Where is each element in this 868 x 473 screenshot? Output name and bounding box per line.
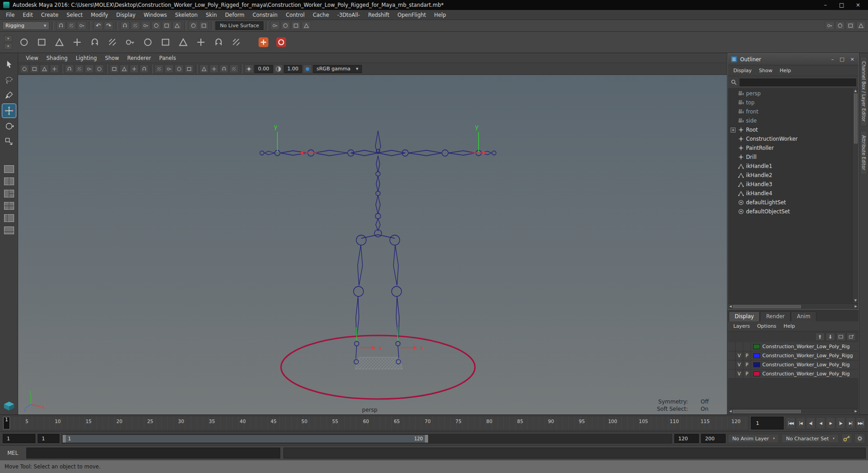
- construction-history-icon[interactable]: [189, 21, 198, 30]
- outliner-menu-help[interactable]: Help: [776, 67, 795, 74]
- expander-icon[interactable]: +: [731, 128, 736, 133]
- safe-action-icon[interactable]: [155, 64, 164, 73]
- minimize-button[interactable]: –: [817, 2, 834, 8]
- resolution-gate-icon[interactable]: [120, 64, 129, 73]
- sidebar-tab-attribute-editor[interactable]: Attribute Editor: [860, 131, 867, 175]
- viewport-menu-panels[interactable]: Panels: [155, 54, 180, 62]
- outliner-item-paintroller[interactable]: PaintRoller: [728, 143, 852, 153]
- menu-file[interactable]: File: [2, 11, 19, 19]
- ipr-render-icon[interactable]: [291, 21, 301, 30]
- scroll-up-icon[interactable]: ▲: [854, 89, 857, 93]
- outliner-item-root[interactable]: +Root: [728, 125, 852, 134]
- render-current-frame-icon[interactable]: [281, 21, 290, 30]
- layer-select-cell[interactable]: [728, 351, 736, 360]
- scroll-right-icon[interactable]: ▶: [855, 409, 857, 413]
- shelf-menu-toggle-icon[interactable]: ▾: [4, 43, 12, 49]
- paint-select-tool-icon[interactable]: [2, 89, 16, 102]
- play-backward-button[interactable]: ◀: [816, 417, 825, 429]
- create-layer-from-selected-icon[interactable]: [847, 333, 856, 341]
- mel-input[interactable]: [26, 448, 280, 458]
- outliner-vertical-scrollbar[interactable]: ▲ ▼: [852, 88, 858, 303]
- menu-windows[interactable]: Windows: [140, 11, 171, 19]
- ground-mesh[interactable]: [356, 357, 403, 369]
- use-all-lights-icon[interactable]: [210, 64, 219, 73]
- layer-playback-toggle[interactable]: P: [743, 360, 751, 369]
- viewport-menu-view[interactable]: View: [22, 54, 42, 62]
- layout-two-pane-icon[interactable]: [3, 176, 15, 187]
- grease-pencil-icon[interactable]: [85, 64, 94, 73]
- outliner-item-defaultobjectset[interactable]: defaultObjectSet: [728, 207, 852, 216]
- select-camera-icon[interactable]: [20, 64, 29, 73]
- layer-visibility-toggle[interactable]: V: [736, 351, 743, 360]
- outliner-item-top[interactable]: top: [728, 98, 852, 107]
- tab-display[interactable]: Display: [729, 311, 760, 321]
- safe-title-icon[interactable]: [165, 64, 174, 73]
- move-tool-icon[interactable]: [2, 104, 16, 118]
- outliner-close-button[interactable]: ×: [850, 56, 854, 62]
- menu-edit[interactable]: Edit: [19, 11, 37, 19]
- film-gate-icon[interactable]: [110, 64, 119, 73]
- menu-skeleton[interactable]: Skeleton: [171, 11, 202, 19]
- camera-attributes-icon[interactable]: [40, 64, 49, 73]
- plugin-tool-a-icon[interactable]: [256, 34, 271, 50]
- live-surface-field[interactable]: No Live Surface: [215, 21, 263, 30]
- exposure-toggle-icon[interactable]: [244, 64, 254, 73]
- redo-icon[interactable]: ↷: [104, 21, 113, 30]
- exposure-field[interactable]: 0.00: [254, 65, 273, 73]
- viewport-menu-show[interactable]: Show: [101, 54, 123, 62]
- mel-label[interactable]: MEL: [2, 450, 23, 456]
- layer-color-swatch[interactable]: [753, 371, 760, 376]
- viewport-menu-lighting[interactable]: Lighting: [72, 54, 101, 62]
- rotate-tool-icon[interactable]: [2, 119, 16, 133]
- step-back-key-button[interactable]: |◀: [796, 417, 805, 429]
- ik-spline-handle-tool-icon[interactable]: [52, 34, 67, 50]
- shaded-display-icon[interactable]: [185, 64, 194, 73]
- move-layer-up-icon[interactable]: [815, 333, 824, 341]
- outliner-item-defaultlightset[interactable]: defaultLightSet: [728, 198, 852, 207]
- layer-visibility-toggle[interactable]: V: [736, 360, 743, 369]
- outliner-horizontal-scrollbar[interactable]: ◀ ▶: [728, 303, 858, 309]
- maximize-button[interactable]: □: [834, 2, 850, 8]
- bookmark-view-icon[interactable]: [50, 64, 59, 73]
- layer-playback-toggle[interactable]: P: [743, 351, 751, 360]
- manipulator-axes[interactable]: y y x x: [274, 123, 487, 351]
- go-to-end-button[interactable]: ▶▶|: [856, 417, 865, 429]
- outliner-item-front[interactable]: front: [728, 107, 852, 116]
- screen-space-ao-icon[interactable]: [229, 64, 239, 73]
- viewport-menu-renderer[interactable]: Renderer: [123, 54, 156, 62]
- layer-color-swatch[interactable]: [753, 344, 760, 349]
- snap-to-grid-icon[interactable]: [120, 21, 130, 30]
- undo-icon[interactable]: ↶: [93, 21, 103, 30]
- outliner-item-ikhandle3[interactable]: ikHandle3: [728, 180, 852, 189]
- outliner-menu-show[interactable]: Show: [756, 67, 776, 74]
- range-end-handle[interactable]: [425, 435, 428, 443]
- outliner-item-side[interactable]: side: [728, 116, 852, 125]
- scroll-down-icon[interactable]: ▼: [854, 299, 857, 302]
- detach-skin-icon[interactable]: [158, 34, 173, 50]
- layer-row[interactable]: Construction_Worker_Low_Poly_Rig: [728, 342, 858, 351]
- layer-playback-toggle[interactable]: [743, 342, 751, 351]
- layout-three-pane-icon[interactable]: [3, 188, 15, 199]
- plugin-tool-b-icon[interactable]: [273, 34, 289, 50]
- skeleton-rig[interactable]: y y x x: [18, 75, 727, 414]
- layer-row[interactable]: VPConstruction_Worker_Low_Poly_Rig: [728, 370, 858, 379]
- gate-mask-icon[interactable]: [130, 64, 139, 73]
- menu-3dtoall[interactable]: -3DtoAll-: [333, 11, 364, 19]
- toggle-attribute-editor-icon[interactable]: [846, 21, 855, 30]
- lasso-tool-icon[interactable]: [2, 73, 16, 87]
- menu-set-selector[interactable]: Rigging ▼: [2, 21, 49, 30]
- outliner-item-persp[interactable]: persp: [728, 89, 852, 98]
- move-layer-down-icon[interactable]: [826, 333, 835, 341]
- copy-skin-weights-icon[interactable]: [211, 34, 226, 50]
- tab-render[interactable]: Render: [760, 311, 790, 321]
- range-start-handle[interactable]: [63, 435, 66, 443]
- snap-to-point-icon[interactable]: [141, 21, 151, 30]
- render-settings-icon[interactable]: [302, 21, 311, 30]
- toggle-channel-box-icon[interactable]: [835, 21, 845, 30]
- go-to-start-button[interactable]: |◀◀: [786, 417, 795, 429]
- layout-left-split-icon[interactable]: [3, 213, 15, 223]
- layer-menu-layers[interactable]: Layers: [730, 322, 753, 330]
- filter-icon[interactable]: [730, 79, 737, 86]
- sidebar-tab-channel-box-layer-editor[interactable]: Channel Box / Layer Editor: [860, 57, 867, 126]
- open-render-view-icon[interactable]: [270, 21, 280, 30]
